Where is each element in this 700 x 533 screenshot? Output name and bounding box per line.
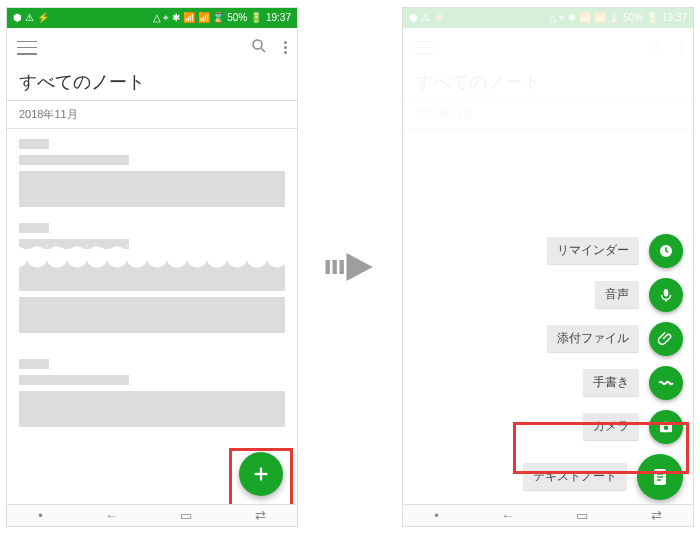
nav-dot[interactable]: • bbox=[38, 508, 43, 523]
status-time: 19:37 bbox=[266, 13, 291, 23]
microphone-icon bbox=[649, 278, 683, 312]
note-placeholder[interactable] bbox=[19, 359, 285, 427]
fab-add-button[interactable] bbox=[239, 452, 283, 496]
nav-recent[interactable]: ▭ bbox=[180, 508, 192, 523]
svg-rect-5 bbox=[333, 260, 337, 274]
svg-rect-6 bbox=[340, 260, 344, 274]
svg-rect-15 bbox=[664, 421, 669, 424]
nav-switch[interactable]: ⇄ bbox=[255, 508, 266, 523]
fab-item-attachment[interactable]: 添付ファイル bbox=[547, 322, 683, 356]
svg-point-0 bbox=[253, 40, 262, 49]
note-placeholder[interactable] bbox=[19, 139, 285, 207]
fab-item-reminder[interactable]: リマインダー bbox=[547, 234, 683, 268]
fab-label: カメラ bbox=[583, 413, 639, 440]
nav-dot[interactable]: • bbox=[434, 508, 439, 523]
status-left-icons: ⬢ ⚠ ⚡ bbox=[13, 13, 49, 23]
phone-left: ⬢ ⚠ ⚡ △ ⌖ ✱ 📶 📶 ⌛ 50% 🔋 19:37 すべてのノート 20… bbox=[6, 7, 298, 527]
reminder-icon bbox=[649, 234, 683, 268]
toolbar bbox=[7, 28, 297, 68]
fab-label: 手書き bbox=[583, 369, 639, 396]
page-title: すべてのノート bbox=[7, 68, 297, 100]
svg-rect-4 bbox=[326, 260, 330, 274]
fab-label: テキストノート bbox=[523, 463, 627, 490]
fab-speed-dial: リマインダー 音声 添付ファイル 手書き bbox=[523, 234, 683, 500]
svg-rect-11 bbox=[664, 289, 669, 297]
nav-recent[interactable]: ▭ bbox=[576, 508, 588, 523]
camera-icon bbox=[649, 410, 683, 444]
nav-back[interactable]: ← bbox=[501, 508, 514, 523]
status-bar: ⬢ ⚠ ⚡ △ ⌖ ✱ 📶 📶 ⌛ 50% 🔋 19:37 bbox=[7, 8, 297, 28]
fab-item-camera[interactable]: カメラ bbox=[583, 410, 683, 444]
svg-point-14 bbox=[664, 425, 669, 430]
fab-label: 添付ファイル bbox=[547, 325, 639, 352]
note-placeholder[interactable] bbox=[19, 223, 285, 333]
handwriting-icon bbox=[649, 366, 683, 400]
system-nav-bar: • ← ▭ ⇄ bbox=[403, 504, 693, 526]
fab-label: 音声 bbox=[595, 281, 639, 308]
fab-item-text-note[interactable]: テキストノート bbox=[523, 454, 683, 500]
search-icon[interactable] bbox=[250, 37, 268, 59]
nav-back[interactable]: ← bbox=[105, 508, 118, 523]
text-note-icon bbox=[637, 454, 683, 500]
transition-arrow-icon bbox=[322, 249, 378, 285]
fab-label: リマインダー bbox=[547, 237, 639, 264]
svg-line-1 bbox=[261, 48, 265, 52]
hamburger-icon[interactable] bbox=[17, 41, 37, 55]
fab-item-audio[interactable]: 音声 bbox=[595, 278, 683, 312]
note-list bbox=[7, 139, 297, 427]
paperclip-icon bbox=[649, 322, 683, 356]
svg-marker-7 bbox=[347, 253, 373, 281]
kebab-icon[interactable] bbox=[284, 41, 287, 54]
section-header: 2018年11月 bbox=[7, 101, 297, 128]
nav-switch[interactable]: ⇄ bbox=[651, 508, 662, 523]
fab-item-handwriting[interactable]: 手書き bbox=[583, 366, 683, 400]
system-nav-bar: • ← ▭ ⇄ bbox=[7, 504, 297, 526]
status-right-icons: △ ⌖ ✱ 📶 📶 ⌛ 50% 🔋 bbox=[153, 13, 262, 23]
phone-right: ⬢ ⚠ ⚡ △ ⌖ ✱ 📶 📶 ⌛ 50% 🔋 19:37 すべてのノート 20… bbox=[402, 7, 694, 527]
